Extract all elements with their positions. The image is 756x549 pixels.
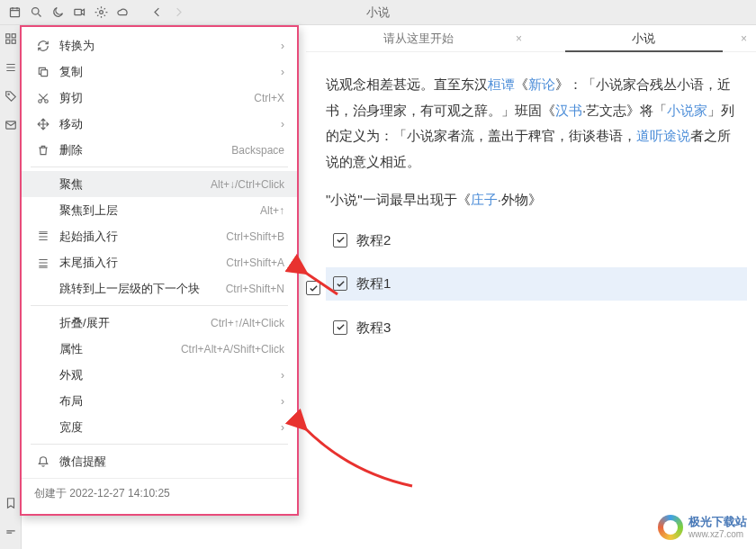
insert-above-icon [34,230,52,243]
paragraph: 说观念相差甚远。直至东汉桓谭《新论》：「小说家合残丛小语，近 书，治身理家，有可… [326,72,747,175]
checkbox-icon[interactable] [333,320,347,335]
svg-rect-7 [12,40,15,43]
checkbox-icon[interactable] [333,276,347,291]
svg-rect-6 [5,40,9,43]
bookmark-icon[interactable] [3,495,19,511]
trash-icon [34,144,52,157]
menu-jump-next[interactable]: 跳转到上一层级的下一个块Ctrl+Shift+N [22,275,297,302]
menu-width[interactable]: 宽度› [22,414,297,440]
checklist-label: 教程1 [356,271,391,297]
menu-appearance[interactable]: 外观› [22,362,297,388]
copy-icon [34,66,52,78]
menu-footer: 创建于 2022-12-27 14:10:25 [22,478,297,508]
menu-insert-start[interactable]: 起始插入行Ctrl+Shift+B [22,223,297,249]
tab-start[interactable]: 请从这里开始× [306,25,531,51]
chevron-right-icon: › [281,66,284,78]
menu-fold[interactable]: 折叠/展开Ctrl+↑/Alt+Click [22,310,297,336]
link[interactable]: 桓谭 [488,76,515,92]
tag-icon[interactable] [3,88,19,104]
link[interactable]: 庄子 [471,192,498,207]
shortcut-hint: Ctrl+Shift+A [226,256,284,269]
move-icon [34,118,52,130]
shortcut-hint: Ctrl+Shift+B [226,230,284,243]
more-icon[interactable] [3,524,19,540]
separator [31,166,288,167]
shortcut-hint: Alt+↓/Ctrl+Click [211,178,284,191]
menu-focus-up[interactable]: 聚焦到上层Alt+↑ [22,197,297,223]
menu-delete[interactable]: 删除Backspace [22,137,297,163]
svg-rect-5 [12,34,15,38]
cut-icon [34,92,52,104]
link[interactable]: 道听途说 [636,128,690,143]
close-icon[interactable]: × [516,32,522,45]
close-icon[interactable]: × [741,32,747,45]
annotation-arrow [295,410,421,493]
separator [31,305,288,306]
checklist-item[interactable]: 教程3 [326,311,747,345]
watermark: 极光下载站 www.xz7.com [658,515,747,540]
context-menu: 转换为› 复制› 剪切Ctrl+X 移动› 删除Backspace 聚焦Alt+… [20,25,299,516]
svg-rect-4 [5,34,9,38]
checklist-label: 教程3 [356,315,391,341]
svg-point-8 [8,94,9,94]
menu-convert[interactable]: 转换为› [22,32,297,58]
refresh-icon [34,40,52,52]
window-title: 小说 [0,4,756,21]
menu-cut[interactable]: 剪切Ctrl+X [22,85,297,111]
checklist-item[interactable]: 教程1 [326,267,747,301]
chevron-right-icon: › [281,421,284,434]
checklist-item[interactable]: 教程2 [326,224,747,257]
checklist-label: 教程2 [356,228,391,254]
grid-icon[interactable] [3,31,19,47]
link[interactable]: 小说家 [667,103,707,118]
shortcut-hint: Alt+↑ [260,204,284,217]
document-content: 说观念相差甚远。直至东汉桓谭《新论》：「小说家合残丛小语，近 书，治身理家，有可… [326,72,756,355]
menu-focus[interactable]: 聚焦Alt+↓/Ctrl+Click [22,171,297,197]
mail-icon[interactable] [3,117,19,133]
shortcut-hint: Ctrl+X [254,92,284,104]
menu-insert-end[interactable]: 末尾插入行Ctrl+Shift+A [22,249,297,275]
shortcut-hint: Ctrl+Alt+A/Shift+Click [181,343,284,356]
tab-bar: 请从这里开始× 小说× [306,25,756,52]
watermark-url: www.xz7.com [688,529,747,539]
shortcut-hint: Backspace [231,144,284,157]
tab-label: 小说 [632,31,655,47]
tab-novel[interactable]: 小说× [531,25,756,51]
shortcut-hint: Ctrl+↑/Alt+Click [211,317,284,329]
bell-icon [34,455,52,468]
checkbox-icon[interactable] [333,233,347,248]
logo-icon [658,515,683,540]
menu-attr[interactable]: 属性Ctrl+Alt+A/Shift+Click [22,336,297,362]
chevron-right-icon: › [281,40,284,52]
link[interactable]: 汉书 [555,103,582,118]
chevron-right-icon: › [281,369,284,382]
shortcut-hint: Ctrl+Shift+N [226,283,284,295]
separator [31,444,288,445]
left-sidebar [0,25,22,549]
tab-label: 请从这里开始 [383,31,454,47]
menu-move[interactable]: 移动› [22,111,297,137]
gutter-checkbox[interactable] [306,281,320,295]
insert-below-icon [34,256,52,269]
paragraph: "小说"一词最早出现于《庄子·外物》 [326,187,747,213]
menu-copy[interactable]: 复制› [22,58,297,85]
list-icon[interactable] [3,59,19,76]
chevron-right-icon: › [281,118,284,130]
link[interactable]: 新论 [528,76,555,92]
menu-layout[interactable]: 布局› [22,388,297,414]
menu-wechat[interactable]: 微信提醒 [22,448,297,474]
svg-rect-10 [41,69,48,76]
chevron-right-icon: › [281,395,284,408]
watermark-title: 极光下载站 [688,516,747,528]
